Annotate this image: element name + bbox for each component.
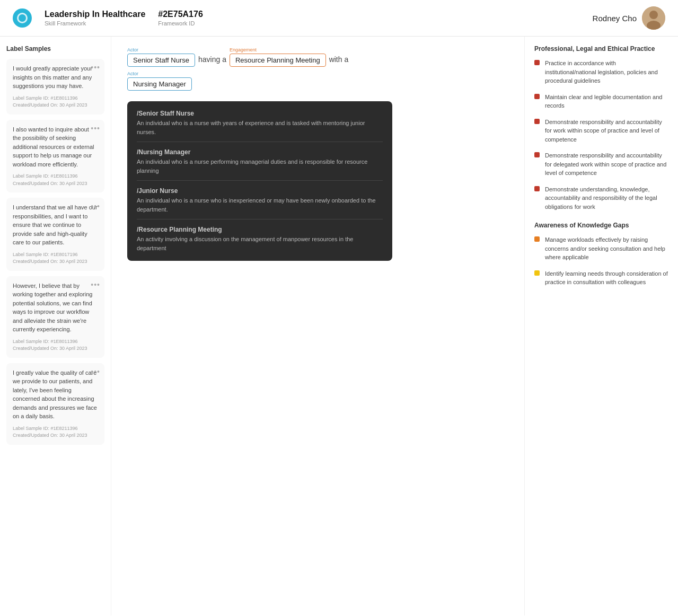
item-indicator	[534, 270, 540, 276]
token-row-1: Actor Senior Staff Nurse having a Engage…	[127, 47, 508, 67]
tooltip-item: /Junior Nurse An individual who is a nur…	[137, 187, 383, 219]
item-indicator	[534, 60, 540, 65]
section2-title: Awareness of Knowledge Gaps	[534, 222, 668, 229]
actor-2-group: Actor Nursing Manager	[127, 71, 192, 91]
sample-card-id: Label Sample ID: #1E8011396	[13, 338, 98, 346]
tooltip-item: /Resource Planning Meeting An activity i…	[137, 226, 383, 252]
sample-card-menu-icon[interactable]: •••	[91, 280, 100, 289]
right-panel-item: Practice in accordance with institutiona…	[534, 59, 668, 85]
sample-card-menu-icon[interactable]: •••	[91, 367, 100, 376]
framework-id-block: #2E75A176 Framework ID	[158, 10, 203, 27]
engagement-1-group: Engagement Resource Planning Meeting	[230, 47, 326, 67]
right-panel-item: Identify learning needs through consider…	[534, 269, 668, 287]
center-panel: Actor Senior Staff Nurse having a Engage…	[111, 37, 524, 615]
item-text: Maintain clear and legible documentation…	[545, 93, 668, 110]
plain-text-2: with a	[328, 53, 350, 66]
app-title-block: Leadership In Healthcare Skill Framework	[45, 10, 145, 27]
item-text: Demonstrate responsibility and accountab…	[545, 118, 668, 144]
right-panel-item: Demonstrate responsibility and accountab…	[534, 118, 668, 144]
actor-1-group: Actor Senior Staff Nurse	[127, 47, 195, 67]
sample-card: ••• I greatly value the quality of care …	[6, 363, 104, 445]
sample-card-date: Created/Updated On: 30 April 2023	[13, 258, 98, 266]
sample-card-date: Created/Updated On: 30 April 2023	[13, 102, 98, 109]
item-text: Demonstrate understanding, knowledge, ac…	[545, 185, 668, 212]
engagement-1-label: Engagement	[230, 47, 257, 52]
tooltip-item-title: /Junior Nurse	[137, 187, 383, 195]
sample-card: ••• I also wanted to inquire about the p…	[6, 120, 104, 193]
sample-card-id: Label Sample ID: #1E8017196	[13, 251, 98, 259]
actor-2-label: Actor	[127, 71, 138, 76]
sample-card: ••• I would greatly appreciate your insi…	[6, 59, 104, 115]
tooltip-item: /Nursing Manager An individual who is a …	[137, 148, 383, 181]
right-panel-item: Demonstrate understanding, knowledge, ac…	[534, 185, 668, 212]
tooltip-box: /Senior Staff Nurse An individual who is…	[127, 101, 392, 261]
svg-point-1	[649, 11, 658, 19]
sample-card-text: I would greatly appreciate your insights…	[13, 64, 98, 91]
sample-card-date: Created/Updated On: 30 April 2023	[13, 345, 98, 353]
tooltip-item-title: /Nursing Manager	[137, 148, 383, 156]
sample-card: ••• I understand that we all have our re…	[6, 198, 104, 271]
tooltip-item-desc: An individual who is a nurse performing …	[137, 157, 383, 175]
plain-text-1: having a	[197, 53, 227, 66]
section1-title: Professional, Legal and Ethical Practice	[534, 45, 668, 52]
item-indicator	[534, 94, 540, 99]
sample-card-text: I also wanted to inquire about the possi…	[13, 125, 98, 169]
sample-card-text: However, I believe that by working toget…	[13, 281, 98, 334]
item-text: Demonstrate responsibility and accountab…	[545, 151, 668, 178]
framework-id-label: Framework ID	[158, 20, 203, 27]
label-samples-title: Label Samples	[6, 45, 104, 52]
item-indicator	[534, 152, 540, 157]
sample-card-text: I greatly value the quality of care we p…	[13, 368, 98, 421]
sample-card-menu-icon[interactable]: •••	[91, 202, 100, 210]
nursing-manager-chip[interactable]: Nursing Manager	[127, 77, 192, 91]
sample-card: ••• However, I believe that by working t…	[6, 276, 104, 358]
user-avatar	[642, 6, 665, 30]
framework-id: #2E75A176	[158, 10, 203, 19]
item-text: Practice in accordance with institutiona…	[545, 59, 668, 85]
app-title: Leadership In Healthcare	[45, 10, 145, 19]
header: Leadership In Healthcare Skill Framework…	[0, 0, 678, 37]
tooltip-item-desc: An activity involving a discussion on th…	[137, 235, 383, 252]
right-panel-item: Demonstrate responsibility and accountab…	[534, 151, 668, 178]
sample-card-date: Created/Updated On: 30 April 2023	[13, 432, 98, 439]
item-indicator	[534, 236, 540, 242]
sample-card-id: Label Sample ID: #1E8211396	[13, 425, 98, 433]
tooltip-item-title: /Resource Planning Meeting	[137, 226, 383, 233]
tooltip-item-desc: An individual who is a nurse who is inex…	[137, 196, 383, 214]
main-content: Label Samples ••• I would greatly apprec…	[0, 37, 678, 615]
tooltip-item-desc: An individual who is a nurse with years …	[137, 119, 383, 136]
sample-card-text: I understand that we all have our respon…	[13, 203, 98, 247]
item-indicator	[534, 186, 540, 191]
right-panel-item: Maintain clear and legible documentation…	[534, 93, 668, 110]
resource-planning-meeting-chip[interactable]: Resource Planning Meeting	[230, 54, 326, 67]
app-subtitle: Skill Framework	[45, 20, 145, 27]
tooltip-item: /Senior Staff Nurse An individual who is…	[137, 110, 383, 142]
username: Rodney Cho	[593, 14, 637, 23]
sample-card-date: Created/Updated On: 30 April 2023	[13, 180, 98, 188]
item-indicator	[534, 119, 540, 124]
app-logo	[13, 8, 32, 28]
sample-card-id: Label Sample ID: #1E8011396	[13, 95, 98, 102]
actor-1-label: Actor	[127, 47, 138, 52]
sample-card-menu-icon[interactable]: •••	[91, 124, 100, 133]
sample-card-menu-icon[interactable]: •••	[91, 63, 100, 72]
left-panel: Label Samples ••• I would greatly apprec…	[0, 37, 111, 615]
annotation-area: Actor Senior Staff Nurse having a Engage…	[127, 47, 508, 91]
item-text: Manage workloads effectively by raising …	[545, 235, 668, 262]
right-panel: Professional, Legal and Ethical Practice…	[524, 37, 678, 615]
right-panel-item: Manage workloads effectively by raising …	[534, 235, 668, 262]
item-text: Identify learning needs through consider…	[545, 269, 668, 287]
tooltip-item-title: /Senior Staff Nurse	[137, 110, 383, 117]
sample-card-id: Label Sample ID: #1E8011396	[13, 173, 98, 180]
token-row-2: Actor Nursing Manager	[127, 71, 508, 91]
user-info: Rodney Cho	[593, 6, 665, 30]
senior-staff-nurse-chip[interactable]: Senior Staff Nurse	[127, 54, 195, 67]
